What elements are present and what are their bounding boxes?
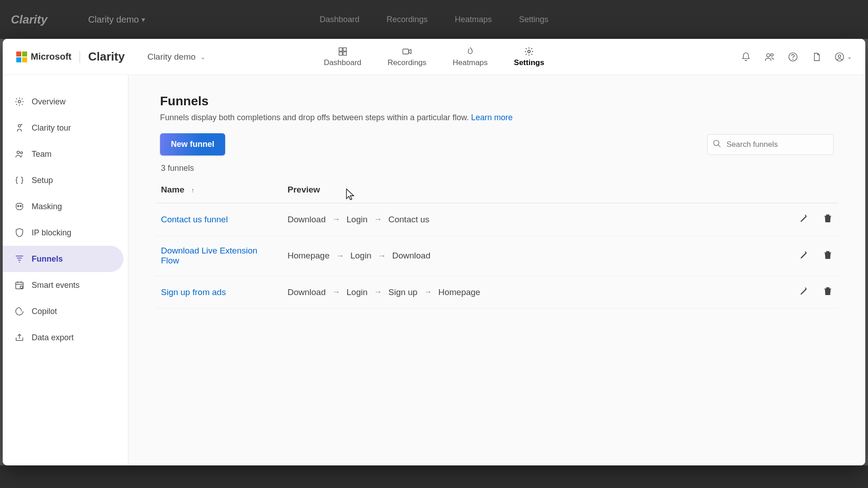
tab-dashboard[interactable]: Dashboard — [322, 42, 363, 72]
row-actions — [776, 250, 833, 262]
tab-settings[interactable]: Settings — [512, 42, 546, 72]
arrow-right-icon: → — [374, 215, 382, 224]
learn-more-link[interactable]: Learn more — [471, 113, 513, 122]
account-menu[interactable]: ⌄ — [835, 52, 852, 62]
project-selector[interactable]: Clarity demo ⌄ — [147, 52, 206, 62]
notifications-icon[interactable] — [741, 52, 751, 62]
svg-point-20 — [714, 140, 719, 145]
svg-point-12 — [18, 100, 21, 103]
svg-rect-18 — [16, 282, 24, 289]
svg-point-9 — [793, 59, 793, 59]
sidebar-item-ipblock[interactable]: IP blocking — [3, 220, 123, 246]
delete-icon[interactable] — [823, 250, 833, 262]
background-footer — [0, 465, 868, 488]
page-title: Funnels — [160, 94, 838, 108]
edit-icon[interactable] — [799, 213, 809, 225]
svg-point-10 — [835, 52, 844, 61]
export-icon — [14, 333, 24, 343]
background-tabs: Dashboard Recordings Heatmaps Settings — [320, 15, 548, 24]
sidebar-item-label: Copilot — [32, 307, 57, 316]
appbar: Microsoft Clarity Clarity demo ⌄ Dashboa… — [3, 39, 865, 75]
sidebar-item-label: Smart events — [32, 281, 80, 290]
funnel-name-link[interactable]: Download Live Extension Flow — [161, 246, 257, 265]
svg-point-17 — [20, 206, 21, 207]
divider — [80, 51, 80, 63]
sidebar-item-dataexport[interactable]: Data export — [3, 324, 123, 351]
sidebar-item-label: Setup — [32, 176, 53, 185]
svg-rect-2 — [339, 52, 342, 55]
sidebar-item-setup[interactable]: Setup — [3, 167, 123, 193]
sidebar-item-label: Funnels — [32, 254, 63, 264]
edit-icon[interactable] — [799, 250, 809, 262]
sidebar-item-tour[interactable]: Clarity tour — [3, 115, 123, 141]
edit-icon[interactable] — [799, 286, 809, 298]
settings-sidebar: OverviewClarity tourTeamSetupMaskingIP b… — [3, 75, 128, 465]
svg-point-19 — [20, 286, 23, 289]
recordings-icon — [402, 47, 412, 56]
settings-icon — [524, 47, 534, 56]
sidebar-item-label: IP blocking — [32, 228, 71, 238]
delete-icon[interactable] — [823, 286, 833, 298]
new-funnel-button[interactable]: New funnel — [160, 133, 225, 155]
funnel-name-link[interactable]: Sign up from ads — [161, 287, 226, 297]
mask-icon — [14, 202, 24, 211]
background-appbar: Clarity Clarity demo ▾ Dashboard Recordi… — [0, 0, 868, 39]
document-icon[interactable] — [811, 52, 822, 62]
header-actions: ⌄ — [741, 52, 852, 62]
sidebar-item-label: Overview — [32, 97, 66, 107]
sidebar-item-team[interactable]: Team — [3, 141, 123, 167]
sidebar-item-overview[interactable]: Overview — [3, 89, 123, 115]
modal-body: OverviewClarity tourTeamSetupMaskingIP b… — [3, 75, 865, 465]
step-label: Download — [288, 215, 326, 225]
search-input[interactable] — [707, 134, 834, 155]
sidebar-item-funnels[interactable]: Funnels — [3, 246, 123, 272]
arrow-right-icon: → — [332, 215, 340, 224]
svg-rect-4 — [403, 49, 409, 54]
svg-point-13 — [18, 125, 21, 127]
project-name: Clarity demo — [147, 52, 196, 62]
arrow-right-icon: → — [377, 251, 386, 261]
microsoft-logo: Microsoft — [16, 52, 71, 62]
company-label: Microsoft — [31, 52, 71, 62]
content-area: Funnels Funnels display both completions… — [128, 75, 865, 465]
svg-rect-1 — [343, 47, 346, 51]
background-logo: Clarity — [11, 13, 47, 27]
sidebar-item-label: Clarity tour — [32, 123, 71, 133]
page-description: Funnels display both completions and dro… — [160, 113, 838, 122]
tab-recordings[interactable]: Recordings — [386, 42, 428, 72]
step-flow: Homepage→Login→Download — [288, 251, 765, 261]
sidebar-item-copilot[interactable]: Copilot — [3, 298, 123, 324]
background-project: Clarity demo — [88, 14, 139, 25]
search-wrapper — [707, 134, 834, 155]
help-icon[interactable] — [788, 52, 798, 62]
svg-line-21 — [718, 145, 721, 147]
sidebar-item-masking[interactable]: Masking — [3, 193, 123, 220]
team-icon — [14, 149, 24, 159]
funnel-count: 3 funnels — [161, 164, 838, 173]
people-icon[interactable] — [764, 52, 775, 62]
arrow-right-icon: → — [424, 287, 432, 297]
row-actions — [776, 286, 833, 298]
table-row: Sign up from adsDownload→Login→Sign up→H… — [156, 276, 838, 309]
svg-point-16 — [18, 206, 19, 207]
delete-icon[interactable] — [823, 213, 833, 225]
search-icon — [712, 139, 722, 150]
column-header-preview[interactable]: Preview — [282, 177, 770, 203]
toolbar: New funnel — [160, 133, 834, 155]
step-label: Download — [392, 251, 430, 261]
arrow-right-icon: → — [336, 251, 344, 261]
step-label: Contact us — [388, 215, 429, 225]
funnel-name-link[interactable]: Contact us funnel — [161, 215, 228, 224]
sidebar-item-label: Team — [32, 150, 52, 159]
svg-point-14 — [17, 151, 20, 154]
svg-point-7 — [771, 53, 774, 56]
braces-icon — [14, 175, 24, 185]
chevron-down-icon: ⌄ — [847, 54, 852, 60]
sidebar-item-smartevents[interactable]: Smart events — [3, 272, 123, 298]
column-header-name[interactable]: Name ↑ — [156, 177, 282, 203]
svg-rect-0 — [339, 47, 342, 51]
tab-heatmaps[interactable]: Heatmaps — [451, 42, 489, 72]
svg-rect-3 — [343, 52, 346, 55]
copilot-icon — [14, 306, 24, 316]
step-label: Sign up — [388, 287, 417, 297]
